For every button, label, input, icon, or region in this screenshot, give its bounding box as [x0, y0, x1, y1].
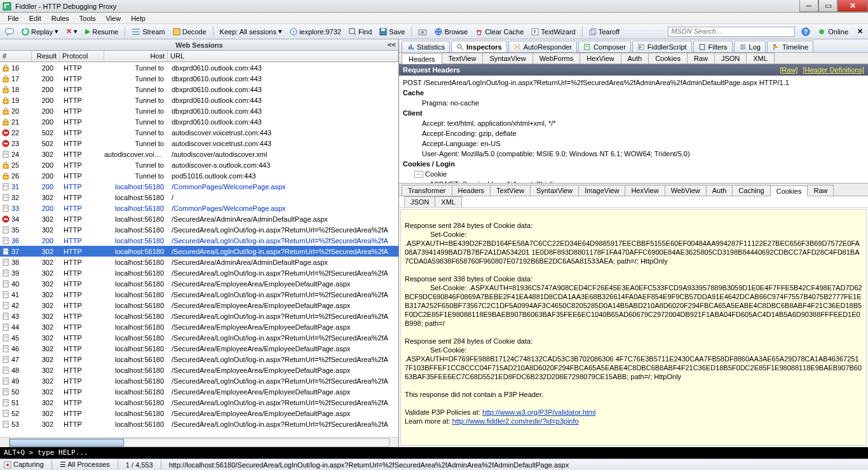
- raw-link[interactable]: [Raw]: [780, 66, 797, 74]
- col-host[interactable]: Host: [104, 51, 168, 62]
- menu-help[interactable]: Help: [127, 13, 149, 24]
- camera-icon[interactable]: [416, 27, 430, 36]
- tab-fiddlerscript[interactable]: F FiddlerScript: [632, 41, 692, 52]
- subtab-webforms[interactable]: WebForms: [532, 53, 581, 64]
- resptab-headers[interactable]: Headers: [452, 185, 491, 196]
- subtab-hexview[interactable]: HexView: [580, 53, 621, 64]
- table-row[interactable]: 17200HTTPTunnel todbxprd0610.outlook.com…: [0, 73, 398, 84]
- cookies-content[interactable]: Response sent 284 bytes of Cookie data: …: [400, 209, 867, 446]
- minimize-button[interactable]: ─: [799, 0, 818, 12]
- table-row[interactable]: 25200HTTPTunnel toautodiscover-s.outlook…: [0, 159, 398, 170]
- table-row[interactable]: 46302HTTPlocalhost:56180/SecuredArea/Emp…: [0, 343, 398, 354]
- tab-autoresponder[interactable]: AutoResponder: [508, 41, 577, 52]
- target-process[interactable]: iexplore:9732: [287, 27, 344, 36]
- table-row[interactable]: 20200HTTPTunnel todbxprd0610.outlook.com…: [0, 105, 398, 116]
- tearoff-button[interactable]: Tearoff: [587, 27, 622, 36]
- online-indicator[interactable]: Online: [817, 27, 851, 36]
- resptab-transformer[interactable]: Transformer: [402, 185, 452, 196]
- table-row[interactable]: 38302HTTPlocalhost:56180/SecuredArea/Adm…: [0, 257, 398, 267]
- table-row[interactable]: 47302HTTPlocalhost:56180/SecuredArea/Log…: [0, 354, 398, 365]
- table-row[interactable]: 50302HTTPlocalhost:56180/SecuredArea/Emp…: [0, 386, 398, 397]
- table-row[interactable]: 36200HTTPlocalhost:56180/SecuredArea/Log…: [0, 235, 398, 246]
- process-filter[interactable]: ☰ All Processes: [60, 460, 110, 469]
- resptab-hexview[interactable]: HexView: [625, 185, 665, 196]
- table-row[interactable]: 37302HTTPlocalhost:56180/SecuredArea/Log…: [0, 246, 398, 257]
- browse-button[interactable]: Browse: [432, 27, 470, 36]
- save-button[interactable]: Save: [377, 27, 407, 36]
- menu-file[interactable]: File: [4, 13, 23, 24]
- col-protocol[interactable]: Protocol: [60, 51, 104, 62]
- table-row[interactable]: 23502HTTPTunnel toautodiscover.voicetrus…: [0, 138, 398, 149]
- resptab-caching[interactable]: Caching: [732, 185, 770, 196]
- p3p-learn-link[interactable]: http://www.fiddler2.com/redir/?id=p3pinf…: [452, 417, 579, 425]
- table-row[interactable]: 44302HTTPlocalhost:56180/SecuredArea/Emp…: [0, 321, 398, 332]
- table-row[interactable]: 16200HTTPTunnel todbxprd0610.outlook.com…: [0, 62, 398, 73]
- tab-composer[interactable]: Composer: [578, 41, 631, 52]
- capturing-indicator[interactable]: Capturing: [4, 460, 44, 469]
- tab-timeline[interactable]: Timeline: [767, 41, 813, 52]
- close-button[interactable]: ✕: [837, 0, 868, 12]
- table-row[interactable]: 32302HTTPlocalhost:56180/: [0, 192, 398, 203]
- request-headers-tree[interactable]: POST /SecuredArea/LogInOut/log-in.aspx?R…: [399, 76, 868, 184]
- table-row[interactable]: 26200HTTPTunnel topod51016.outlook.com:4…: [0, 170, 398, 181]
- table-row[interactable]: 22502HTTPTunnel toautodiscover.voicetrus…: [0, 127, 398, 138]
- replay-button[interactable]: Replay ▾: [19, 27, 61, 36]
- table-row[interactable]: 51302HTTPlocalhost:56180/SecuredArea/Log…: [0, 397, 398, 408]
- table-row[interactable]: 42302HTTPlocalhost:56180/SecuredArea/Emp…: [0, 300, 398, 311]
- subtab-xml[interactable]: XML: [746, 53, 775, 64]
- keep-sessions[interactable]: Keep: All sessions ▾: [217, 27, 285, 36]
- toolbar-close-icon[interactable]: ✕: [855, 27, 865, 36]
- maximize-button[interactable]: ▭: [818, 0, 837, 12]
- subtab-textview[interactable]: TextView: [442, 53, 484, 64]
- resptab-auth[interactable]: Auth: [706, 185, 733, 196]
- table-row[interactable]: 53302HTTPlocalhost:56180/SecuredArea/Log…: [0, 419, 398, 429]
- resume-button[interactable]: ▶Resume: [83, 27, 121, 36]
- resptab-raw[interactable]: Raw: [807, 185, 834, 196]
- tab-filters[interactable]: Filters: [693, 41, 733, 52]
- col-result[interactable]: Result: [32, 51, 60, 62]
- table-row[interactable]: 19200HTTPTunnel todbxprd0610.outlook.com…: [0, 95, 398, 105]
- resptab-cookies[interactable]: Cookies: [770, 185, 808, 196]
- table-row[interactable]: 41302HTTPlocalhost:56180/SecuredArea/Log…: [0, 289, 398, 300]
- table-row[interactable]: 21200HTTPTunnel todbxprd0610.outlook.com…: [0, 116, 398, 127]
- table-row[interactable]: 34302HTTPlocalhost:56180/SecuredArea/Adm…: [0, 213, 398, 224]
- resptab-webview[interactable]: WebView: [665, 185, 707, 196]
- subtab-headers[interactable]: Headers: [402, 53, 442, 64]
- resptab2-json[interactable]: JSON: [404, 196, 435, 207]
- tab-inspectors[interactable]: Inspectors: [451, 41, 507, 52]
- subtab-json[interactable]: JSON: [714, 53, 747, 64]
- resptab-textview[interactable]: TextView: [490, 185, 531, 196]
- table-row[interactable]: 40302HTTPlocalhost:56180/SecuredArea/Emp…: [0, 278, 398, 289]
- menu-view[interactable]: View: [102, 13, 125, 24]
- clear-cache-button[interactable]: Clear Cache: [473, 27, 526, 36]
- col-num[interactable]: #: [0, 51, 32, 62]
- table-row[interactable]: 33200HTTPlocalhost:56180/CommonPages/Wel…: [0, 203, 398, 213]
- decode-button[interactable]: Decode: [170, 27, 209, 36]
- find-button[interactable]: Find: [346, 27, 374, 36]
- p3p-validator-link[interactable]: http://www.w3.org/P3P/validator.html: [482, 408, 596, 416]
- resptab2-xml[interactable]: XML: [435, 196, 462, 207]
- table-row[interactable]: 35302HTTPlocalhost:56180/SecuredArea/Log…: [0, 224, 398, 235]
- remove-button[interactable]: ✕ ▾: [64, 27, 80, 36]
- textwizard-button[interactable]: TTextWizard: [529, 27, 578, 36]
- tab-statistics[interactable]: Statistics: [402, 41, 450, 52]
- msdn-search-input[interactable]: MSDN Search...: [668, 27, 795, 37]
- col-url[interactable]: URL: [168, 51, 398, 62]
- table-row[interactable]: 43302HTTPlocalhost:56180/SecuredArea/Log…: [0, 311, 398, 321]
- sessions-collapse-icon[interactable]: <<: [388, 41, 396, 49]
- table-row[interactable]: 49302HTTPlocalhost:56180/SecuredArea/Log…: [0, 375, 398, 386]
- table-row[interactable]: 31200HTTPlocalhost:56180/CommonPages/Wel…: [0, 181, 398, 192]
- help-icon[interactable]: ?: [799, 27, 813, 37]
- table-row[interactable]: 39302HTTPlocalhost:56180/SecuredArea/Log…: [0, 267, 398, 278]
- menu-edit[interactable]: Edit: [25, 13, 45, 24]
- stream-button[interactable]: Stream: [129, 27, 167, 36]
- comment-button[interactable]: [3, 27, 17, 37]
- table-row[interactable]: 48302HTTPlocalhost:56180/SecuredArea/Emp…: [0, 365, 398, 375]
- subtab-raw[interactable]: Raw: [687, 53, 715, 64]
- resptab-imageview[interactable]: ImageView: [578, 185, 625, 196]
- tab-log[interactable]: Log: [734, 41, 766, 52]
- table-row[interactable]: 52302HTTPlocalhost:56180/SecuredArea/Emp…: [0, 408, 398, 419]
- sessions-grid[interactable]: 16200HTTPTunnel todbxprd0610.outlook.com…: [0, 62, 398, 437]
- subtab-cookies[interactable]: Cookies: [648, 53, 688, 64]
- subtab-syntaxview[interactable]: SyntaxView: [482, 53, 532, 64]
